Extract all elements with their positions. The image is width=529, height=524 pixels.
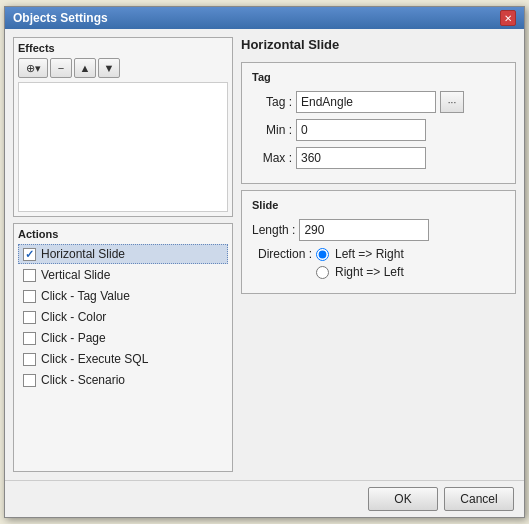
length-field-row: Length : [252,219,505,241]
title-bar: Objects Settings ✕ [5,7,524,29]
action-item-vertical-slide[interactable]: Vertical Slide [18,265,228,285]
effects-add-button[interactable]: ⊕▾ [18,58,48,78]
max-field-row: Max : [252,147,505,169]
action-checkbox-click-tag-value[interactable] [23,290,36,303]
checkmark-icon: ✓ [25,248,34,261]
length-label: Length : [252,223,295,237]
dialog-body: Effects ⊕▾ − ▲ ▼ Actions ✓ [5,29,524,480]
direction-radio-group: Left => Right Right => Left [316,247,404,279]
tag-section: Tag Tag : ··· Min : Max : [241,62,516,184]
close-button[interactable]: ✕ [500,10,516,26]
action-label-horizontal-slide: Horizontal Slide [41,247,125,261]
tag-section-title: Tag [252,71,505,83]
action-label-click-execute-sql: Click - Execute SQL [41,352,148,366]
action-item-click-execute-sql[interactable]: Click - Execute SQL [18,349,228,369]
effects-title: Effects [18,42,228,54]
left-panel: Effects ⊕▾ − ▲ ▼ Actions ✓ [13,37,233,472]
radio-right-left[interactable] [316,266,329,279]
action-item-click-color[interactable]: Click - Color [18,307,228,327]
radio-label-left-right: Left => Right [335,247,404,261]
min-input[interactable] [296,119,426,141]
effects-remove-button[interactable]: − [50,58,72,78]
radio-label-right-left: Right => Left [335,265,404,279]
action-checkbox-click-scenario[interactable] [23,374,36,387]
tag-input-row: ··· [296,91,464,113]
min-field-row: Min : [252,119,505,141]
effects-list [18,82,228,212]
tag-input[interactable] [296,91,436,113]
right-panel: Horizontal Slide Tag Tag : ··· Min : [241,37,516,472]
effects-down-button[interactable]: ▼ [98,58,120,78]
effects-group: Effects ⊕▾ − ▲ ▼ [13,37,233,217]
action-checkbox-click-execute-sql[interactable] [23,353,36,366]
max-label: Max : [252,151,292,165]
actions-group: Actions ✓ Horizontal Slide Vertical Slid… [13,223,233,472]
dialog-footer: OK Cancel [5,480,524,517]
dialog-title: Objects Settings [13,11,108,25]
action-item-click-scenario[interactable]: Click - Scenario [18,370,228,390]
tag-field-row: Tag : ··· [252,91,505,113]
action-label-click-tag-value: Click - Tag Value [41,289,130,303]
slide-section: Slide Length : Direction : Left => Right [241,190,516,294]
direction-field-row: Direction : Left => Right Right => Left [252,247,505,279]
length-input[interactable] [299,219,429,241]
action-label-click-scenario: Click - Scenario [41,373,125,387]
min-label: Min : [252,123,292,137]
max-input[interactable] [296,147,426,169]
right-panel-title: Horizontal Slide [241,37,516,52]
ok-button[interactable]: OK [368,487,438,511]
action-label-click-page: Click - Page [41,331,106,345]
cancel-button[interactable]: Cancel [444,487,514,511]
action-checkbox-click-page[interactable] [23,332,36,345]
tag-label: Tag : [252,95,292,109]
radio-row-right-left: Right => Left [316,265,404,279]
slide-section-title: Slide [252,199,505,211]
action-label-vertical-slide: Vertical Slide [41,268,110,282]
action-item-horizontal-slide[interactable]: ✓ Horizontal Slide [18,244,228,264]
action-checkbox-click-color[interactable] [23,311,36,324]
tag-browse-button[interactable]: ··· [440,91,464,113]
action-item-click-tag-value[interactable]: Click - Tag Value [18,286,228,306]
actions-list: ✓ Horizontal Slide Vertical Slide Click … [18,244,228,390]
radio-row-left-right: Left => Right [316,247,404,261]
action-checkbox-vertical-slide[interactable] [23,269,36,282]
direction-label: Direction : [252,247,312,261]
action-label-click-color: Click - Color [41,310,106,324]
action-item-click-page[interactable]: Click - Page [18,328,228,348]
action-checkbox-horizontal-slide[interactable]: ✓ [23,248,36,261]
actions-title: Actions [18,228,228,240]
effects-toolbar: ⊕▾ − ▲ ▼ [18,58,228,78]
radio-left-right[interactable] [316,248,329,261]
effects-up-button[interactable]: ▲ [74,58,96,78]
objects-settings-dialog: Objects Settings ✕ Effects ⊕▾ − ▲ ▼ Acti… [4,6,525,518]
